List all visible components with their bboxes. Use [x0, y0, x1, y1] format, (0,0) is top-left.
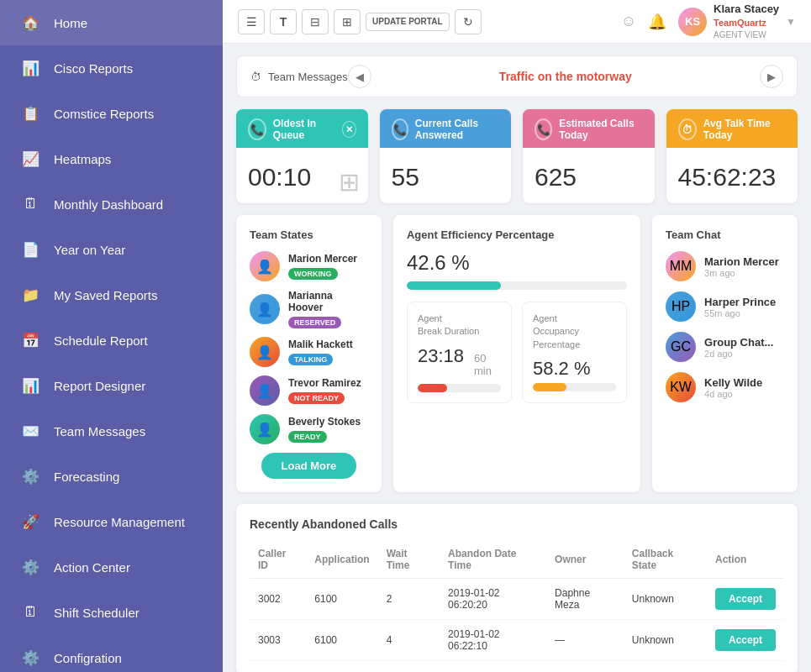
main-content: ☰ T ⊟ ⊞ UPDATE PORTAL ↻ ☺ 🔔 KS Klara Sta… [223, 0, 811, 672]
sidebar-item-team-messages[interactable]: ✉️Team Messages [0, 408, 223, 454]
chat-name: Harper Prince [704, 296, 776, 308]
team-states-title: Team States [250, 228, 368, 241]
middle-row: Team States 👤 Marion Mercer WORKING 👤 Ma… [236, 215, 798, 492]
stat-card-title-estimated-calls-today: Estimated Calls Today [559, 118, 642, 141]
accept-button[interactable]: Accept [715, 629, 776, 651]
chat-item[interactable]: KW Kelly Wilde 4d ago [666, 372, 784, 402]
break-progress-fill [418, 384, 447, 392]
stat-card-header-avg-talk-time: ⏱ Avg Talk Time Today [666, 109, 798, 148]
smile-icon[interactable]: ☺ [621, 13, 636, 30]
stat-card-estimated-calls-today: 📞 Estimated Calls Today 625 [523, 109, 655, 203]
application-cell: 6100 [306, 620, 377, 661]
stat-card-body-current-calls-answered: 55 [380, 148, 512, 203]
text-size-button[interactable]: T [270, 9, 297, 34]
user-team: TeamQuartz [714, 17, 779, 29]
team-messages-icon: ✉️ [18, 419, 42, 443]
agent-name: Marion Mercer [288, 253, 368, 265]
stat-card-avg-talk-time: ⏱ Avg Talk Time Today 45:62:23 [666, 109, 798, 203]
stat-card-oldest-in-queue: 📞 Oldest In Queue ✕ 00:10 ⊞ [236, 109, 368, 203]
hamburger-button[interactable]: ☰ [238, 9, 265, 34]
sidebar-item-cisco-reports[interactable]: 📊Cisco Reports [0, 45, 223, 91]
load-more-button[interactable]: Load More [261, 453, 357, 479]
agent-efficiency-title: Agent Efficiency Percentage [407, 228, 627, 241]
table-column-header: Callback State [624, 541, 707, 579]
stat-card-body-oldest-in-queue: 00:10 ⊞ [236, 148, 368, 203]
sidebar-item-action-center[interactable]: ⚙️Action Center [0, 544, 223, 590]
sidebar-label-cisco-reports: Cisco Reports [54, 61, 133, 76]
user-section[interactable]: KS Klara Stacey TeamQuartz AGENT VIEW ▼ [678, 3, 796, 39]
stat-card-icon-avg-talk-time: ⏱ [678, 118, 697, 140]
stat-card-icon-oldest-in-queue: 📞 [248, 118, 266, 140]
agent-row: 👤 Malik Hackett TALKING [250, 337, 368, 367]
break-progress-bg [418, 384, 501, 392]
sidebar-item-report-designer[interactable]: 📊Report Designer [0, 363, 223, 408]
minimize-button[interactable]: ⊟ [302, 9, 329, 34]
caller-id-cell: 3002 [250, 579, 306, 620]
stat-card-body-estimated-calls-today: 625 [523, 148, 655, 203]
sidebar-item-forecasting[interactable]: ⚙️Forecasting [0, 454, 223, 499]
stat-card-value-estimated-calls-today: 625 [535, 163, 577, 191]
team-messages-text: Team Messages [268, 71, 348, 83]
sidebar-item-year-on-year[interactable]: 📄Year on Year [0, 227, 223, 272]
wait-time-cell: 4 [378, 620, 440, 661]
sidebar-label-forecasting: Forecasting [54, 470, 119, 484]
agent-avatar: 👤 [250, 414, 280, 444]
sidebar-item-home[interactable]: 🏠Home [0, 0, 223, 45]
chat-time: 3m ago [704, 268, 779, 278]
topbar-tools: ☰ T ⊟ ⊞ UPDATE PORTAL ↻ [238, 9, 613, 34]
clock-icon: ⏱ [250, 71, 261, 83]
resource-management-icon: 🚀 [18, 510, 42, 533]
team-states-card: Team States 👤 Marion Mercer WORKING 👤 Ma… [236, 215, 382, 492]
user-name: Klara Stacey [714, 3, 779, 17]
chevron-down-icon: ▼ [786, 16, 796, 28]
agent-row: 👤 Beverly Stokes READY [250, 414, 368, 444]
sidebar-item-monthly-dashboard[interactable]: 🗓Monthly Dashboard [0, 181, 223, 227]
team-chat-card: Team Chat MM Marion Mercer 3m ago HP Har… [652, 215, 798, 492]
agent-status-badge: RESERVED [288, 317, 341, 328]
chat-item[interactable]: MM Marion Mercer 3m ago [666, 251, 784, 281]
sidebar-label-comstice-reports: Comstice Reports [54, 107, 154, 121]
team-messages-banner: ⏱ Team Messages ◀ Traffic on the motorwa… [236, 55, 798, 97]
sidebar-item-shift-scheduler[interactable]: 🗓Shift Scheduler [0, 590, 223, 635]
action-center-icon: ⚙️ [18, 555, 42, 579]
agent-break-duration: 23:18 [418, 345, 464, 367]
chat-avatar: HP [666, 291, 696, 322]
maximize-button[interactable]: ⊞ [334, 9, 361, 34]
user-role: AGENT VIEW [714, 29, 779, 40]
shift-scheduler-icon: 🗓 [18, 601, 42, 624]
sidebar-item-comstice-reports[interactable]: 📋Comstice Reports [0, 91, 223, 136]
schedule-report-icon: 📅 [18, 328, 42, 352]
agent-efficiency-card: Agent Efficiency Percentage 42.6 % Agent… [393, 215, 640, 492]
chat-item[interactable]: HP Harper Prince 55m ago [666, 291, 784, 322]
callback-state-cell: Unknown [624, 579, 707, 620]
callback-state-cell: Unknown [624, 620, 707, 661]
table-column-header: Caller ID [250, 541, 306, 579]
monthly-dashboard-icon: 🗓 [18, 192, 42, 216]
agent-status-badge: NOT READY [288, 392, 345, 404]
refresh-button[interactable]: ↻ [455, 9, 482, 34]
prev-message-button[interactable]: ◀ [348, 65, 371, 88]
table-row: 3002610022019-01-02 06:20:20Daphne MezaU… [250, 579, 784, 620]
next-message-button[interactable]: ▶ [760, 65, 783, 88]
sidebar-item-heatmaps[interactable]: 📈Heatmaps [0, 136, 223, 181]
agent-avatar: 👤 [250, 375, 280, 406]
stat-card-header-current-calls-answered: 📞 Current Calls Answered [380, 109, 512, 148]
update-portal-button[interactable]: UPDATE PORTAL [366, 13, 450, 31]
sidebar-item-my-saved-reports[interactable]: 📁My Saved Reports [0, 272, 223, 318]
sidebar-item-resource-management[interactable]: 🚀Resource Management [0, 499, 223, 544]
sidebar-label-team-messages: Team Messages [54, 424, 145, 438]
topbar-right: ☺ 🔔 KS Klara Stacey TeamQuartz AGENT VIE… [621, 3, 796, 39]
agent-break-unit: 60 min [474, 352, 501, 377]
application-cell: 6100 [306, 579, 377, 620]
chat-item[interactable]: GC Group Chat... 2d ago [666, 332, 784, 362]
sidebar-item-schedule-report[interactable]: 📅Schedule Report [0, 318, 223, 363]
table-column-header: Application [306, 541, 377, 579]
close-card-button[interactable]: ✕ [342, 121, 356, 138]
agent-avatar: 👤 [250, 294, 280, 324]
bell-icon[interactable]: 🔔 [648, 13, 666, 31]
my-saved-reports-icon: 📁 [18, 283, 42, 307]
configuration-icon: ⚙️ [18, 646, 42, 669]
accept-button[interactable]: Accept [715, 588, 776, 610]
sidebar-item-configuration[interactable]: ⚙️Configration [0, 635, 223, 672]
owner-cell: — [546, 620, 624, 661]
